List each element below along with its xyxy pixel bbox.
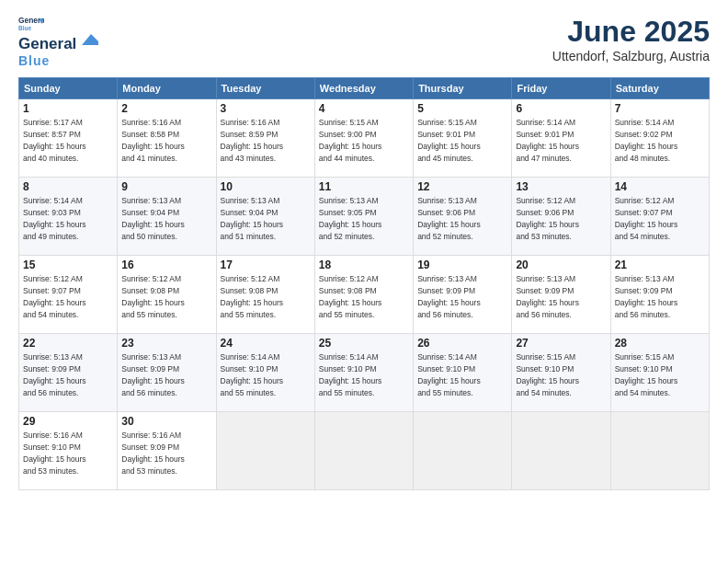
day-29: 29Sunrise: 5:16 AMSunset: 9:10 PMDayligh… [19, 412, 118, 490]
day-number: 13 [516, 180, 606, 193]
day-5: 5Sunrise: 5:15 AMSunset: 9:01 PMDaylight… [414, 99, 512, 178]
day-number: 20 [516, 259, 606, 271]
day-28: 28Sunrise: 5:15 AMSunset: 9:10 PMDayligh… [610, 334, 709, 412]
day-info: Sunrise: 5:13 AMSunset: 9:05 PMDaylight:… [319, 196, 382, 241]
day-info: Sunrise: 5:16 AMSunset: 8:58 PMDaylight:… [121, 118, 185, 163]
day-info: Sunrise: 5:12 AMSunset: 9:06 PMDaylight:… [516, 196, 579, 241]
day-info: Sunrise: 5:14 AMSunset: 9:10 PMDaylight:… [221, 352, 284, 397]
day-number: 3 [221, 102, 311, 115]
day-17: 17Sunrise: 5:12 AMSunset: 9:08 PMDayligh… [216, 256, 314, 334]
day-23: 23Sunrise: 5:13 AMSunset: 9:09 PMDayligh… [118, 334, 216, 412]
page: General Blue General Blue June 2025 Utte… [0, 0, 728, 563]
day-22: 22Sunrise: 5:13 AMSunset: 9:09 PMDayligh… [19, 334, 118, 412]
day-6: 6Sunrise: 5:14 AMSunset: 9:01 PMDaylight… [512, 99, 610, 178]
calendar-week-3: 15Sunrise: 5:12 AMSunset: 9:07 PMDayligh… [19, 256, 710, 334]
day-24: 24Sunrise: 5:14 AMSunset: 9:10 PMDayligh… [216, 334, 314, 412]
day-info: Sunrise: 5:13 AMSunset: 9:06 PMDaylight:… [417, 196, 481, 241]
day-14: 14Sunrise: 5:12 AMSunset: 9:07 PMDayligh… [610, 178, 709, 256]
day-16: 16Sunrise: 5:12 AMSunset: 9:08 PMDayligh… [118, 256, 216, 334]
day-info: Sunrise: 5:16 AMSunset: 8:59 PMDaylight:… [221, 118, 284, 163]
day-number: 21 [615, 259, 705, 271]
logo: General Blue General Blue [18, 15, 98, 68]
logo-wave-icon [78, 32, 98, 49]
day-number: 30 [121, 415, 211, 428]
calendar-week-2: 8Sunrise: 5:14 AMSunset: 9:03 PMDaylight… [19, 178, 710, 256]
day-number: 18 [319, 259, 409, 271]
day-info: Sunrise: 5:15 AMSunset: 9:01 PMDaylight:… [417, 118, 481, 163]
day-number: 24 [221, 337, 311, 350]
day-7: 7Sunrise: 5:14 AMSunset: 9:02 PMDaylight… [610, 99, 709, 178]
day-empty [216, 412, 314, 490]
logo-general: General [18, 35, 76, 53]
day-number: 27 [516, 337, 606, 350]
col-tuesday: Tuesday [216, 78, 314, 99]
day-number: 11 [319, 180, 409, 193]
col-monday: Monday [118, 78, 216, 99]
calendar-week-4: 22Sunrise: 5:13 AMSunset: 9:09 PMDayligh… [19, 334, 710, 412]
day-number: 2 [121, 102, 211, 115]
day-12: 12Sunrise: 5:13 AMSunset: 9:06 PMDayligh… [414, 178, 512, 256]
day-number: 25 [319, 337, 409, 350]
day-1: 1Sunrise: 5:17 AMSunset: 8:57 PMDaylight… [19, 99, 118, 178]
day-number: 9 [121, 180, 211, 193]
col-friday: Friday [512, 78, 610, 99]
day-11: 11Sunrise: 5:13 AMSunset: 9:05 PMDayligh… [314, 178, 413, 256]
day-empty [314, 412, 413, 490]
day-info: Sunrise: 5:15 AMSunset: 9:10 PMDaylight:… [516, 352, 579, 397]
day-26: 26Sunrise: 5:14 AMSunset: 9:10 PMDayligh… [414, 334, 512, 412]
day-number: 26 [417, 337, 507, 350]
day-empty [610, 412, 709, 490]
day-number: 19 [417, 259, 507, 271]
day-18: 18Sunrise: 5:12 AMSunset: 9:08 PMDayligh… [314, 256, 413, 334]
day-25: 25Sunrise: 5:14 AMSunset: 9:10 PMDayligh… [314, 334, 413, 412]
day-info: Sunrise: 5:14 AMSunset: 9:02 PMDaylight:… [615, 118, 678, 163]
calendar-week-5: 29Sunrise: 5:16 AMSunset: 9:10 PMDayligh… [19, 412, 710, 490]
col-thursday: Thursday [414, 78, 512, 99]
calendar-header-row: Sunday Monday Tuesday Wednesday Thursday… [19, 78, 710, 99]
day-number: 23 [121, 337, 211, 350]
col-sunday: Sunday [19, 78, 118, 99]
col-wednesday: Wednesday [314, 78, 413, 99]
svg-text:Blue: Blue [18, 25, 31, 31]
day-21: 21Sunrise: 5:13 AMSunset: 9:09 PMDayligh… [610, 256, 709, 334]
day-info: Sunrise: 5:12 AMSunset: 9:08 PMDaylight:… [221, 274, 284, 319]
day-info: Sunrise: 5:12 AMSunset: 9:07 PMDaylight:… [615, 196, 678, 241]
day-info: Sunrise: 5:13 AMSunset: 9:04 PMDaylight:… [121, 196, 185, 241]
day-empty [414, 412, 512, 490]
day-10: 10Sunrise: 5:13 AMSunset: 9:04 PMDayligh… [216, 178, 314, 256]
logo-icon: General Blue [18, 15, 44, 33]
day-number: 12 [417, 180, 507, 193]
day-number: 8 [23, 180, 113, 193]
month-title: June 2025 [552, 15, 710, 49]
location: Uttendorf, Salzburg, Austria [552, 49, 710, 63]
day-info: Sunrise: 5:13 AMSunset: 9:09 PMDaylight:… [23, 352, 86, 397]
day-info: Sunrise: 5:17 AMSunset: 8:57 PMDaylight:… [23, 118, 86, 163]
day-info: Sunrise: 5:12 AMSunset: 9:08 PMDaylight:… [121, 274, 185, 319]
day-8: 8Sunrise: 5:14 AMSunset: 9:03 PMDaylight… [19, 178, 118, 256]
header: General Blue General Blue June 2025 Utte… [18, 15, 710, 68]
day-info: Sunrise: 5:14 AMSunset: 9:03 PMDaylight:… [23, 196, 86, 241]
day-info: Sunrise: 5:15 AMSunset: 9:00 PMDaylight:… [319, 118, 382, 163]
day-number: 28 [615, 337, 705, 350]
day-number: 4 [319, 102, 409, 115]
day-number: 6 [516, 102, 606, 115]
day-number: 22 [23, 337, 113, 350]
day-info: Sunrise: 5:15 AMSunset: 9:10 PMDaylight:… [615, 352, 678, 397]
day-number: 15 [23, 259, 113, 271]
day-info: Sunrise: 5:13 AMSunset: 9:09 PMDaylight:… [417, 274, 481, 319]
day-19: 19Sunrise: 5:13 AMSunset: 9:09 PMDayligh… [414, 256, 512, 334]
day-info: Sunrise: 5:12 AMSunset: 9:08 PMDaylight:… [319, 274, 382, 319]
day-number: 10 [221, 180, 311, 193]
col-saturday: Saturday [610, 78, 709, 99]
day-number: 29 [23, 415, 113, 428]
day-number: 1 [23, 102, 113, 115]
day-info: Sunrise: 5:12 AMSunset: 9:07 PMDaylight:… [23, 274, 86, 319]
day-info: Sunrise: 5:13 AMSunset: 9:09 PMDaylight:… [121, 352, 185, 397]
day-number: 7 [615, 102, 705, 115]
day-info: Sunrise: 5:13 AMSunset: 9:09 PMDaylight:… [615, 274, 678, 319]
day-2: 2Sunrise: 5:16 AMSunset: 8:58 PMDaylight… [118, 99, 216, 178]
day-15: 15Sunrise: 5:12 AMSunset: 9:07 PMDayligh… [19, 256, 118, 334]
day-info: Sunrise: 5:13 AMSunset: 9:09 PMDaylight:… [516, 274, 579, 319]
day-info: Sunrise: 5:16 AMSunset: 9:09 PMDaylight:… [121, 431, 185, 476]
day-info: Sunrise: 5:14 AMSunset: 9:01 PMDaylight:… [516, 118, 579, 163]
